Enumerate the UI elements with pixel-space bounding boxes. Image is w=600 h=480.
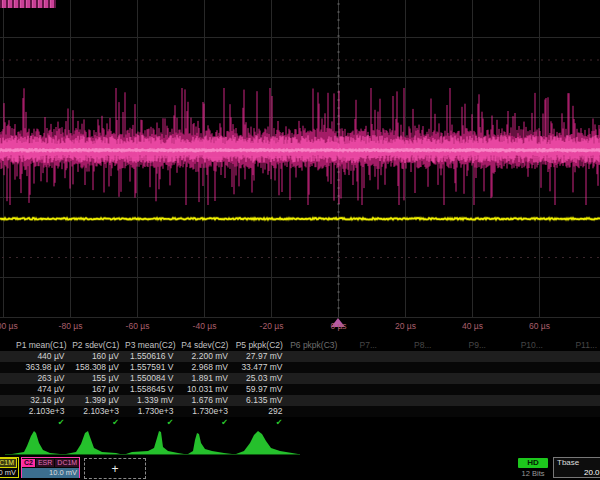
status-check-icon <box>341 417 396 428</box>
time-axis-labels: -100 µs-80 µs-60 µs-40 µs-20 µs0 µs20 µs… <box>0 321 600 333</box>
measure-value: 160 µV <box>69 351 124 362</box>
measure-col-header: P8... <box>396 340 451 351</box>
timebase-descriptor[interactable]: Tbase 20.0 µs <box>553 457 600 478</box>
measure-col-header: P2 sdev(C1) <box>69 340 124 351</box>
measure-value: 167 µV <box>69 384 124 395</box>
measure-value: 25.03 mV <box>232 373 287 384</box>
measure-value: 263 µV <box>14 373 69 384</box>
measure-value: 363.98 µV <box>14 362 69 373</box>
c2-coupling-badge: DC1M <box>55 459 79 467</box>
hd-bits-label: 12 Bits <box>512 469 554 478</box>
measure-value: 2.103e+3 <box>69 406 124 417</box>
c1-vertical-scale: 10.0 mV <box>0 468 18 478</box>
measure-value <box>287 351 342 362</box>
c2-eres-badge: ESR <box>36 459 54 467</box>
timebase-value: 20.0 µs <box>584 468 600 478</box>
measure-value <box>450 373 505 384</box>
measure-value <box>505 362 560 373</box>
measure-value <box>341 373 396 384</box>
measure-value <box>287 395 342 406</box>
measure-value: 10.031 mV <box>178 384 233 395</box>
histicon-p5 <box>236 431 298 454</box>
measure-value: 1.550616 V <box>123 351 178 362</box>
measurement-table: P1 mean(C1)P2 sdev(C1)P3 mean(C2)P4 sdev… <box>0 340 600 428</box>
measure-value <box>505 406 560 417</box>
measure-value: 1.730e+3 <box>123 406 178 417</box>
measure-row: 32.16 µV1.399 µV1.339 mV1.676 mV6.135 mV <box>0 395 600 406</box>
measure-value: 33.477 mV <box>232 362 287 373</box>
measure-value <box>559 351 600 362</box>
measure-value <box>287 406 342 417</box>
time-tick-label: 40 µs <box>462 321 483 331</box>
measure-status-row: ✔✔✔✔✔ <box>0 417 600 428</box>
status-check-icon: ✔ <box>232 417 287 428</box>
measure-col-header: P3 mean(C2) <box>123 340 178 351</box>
time-tick-label: -40 µs <box>193 321 217 331</box>
measure-row: 440 µV160 µV1.550616 V2.200 mV27.97 mV <box>0 351 600 362</box>
measure-value <box>505 351 560 362</box>
measure-value: 32.16 µV <box>14 395 69 406</box>
measure-value <box>341 384 396 395</box>
status-check-icon <box>287 417 342 428</box>
plus-icon: + <box>111 462 118 476</box>
time-tick-label: 20 µs <box>395 321 416 331</box>
measure-col-header: P11... <box>559 340 600 351</box>
measure-row: 474 µV167 µV1.558645 V10.031 mV59.97 mV <box>0 384 600 395</box>
measure-value <box>396 373 451 384</box>
measure-value <box>341 395 396 406</box>
measure-value: 474 µV <box>14 384 69 395</box>
add-trace-button[interactable]: + <box>84 458 146 479</box>
oscilloscope-screen: -100 µs-80 µs-60 µs-40 µs-20 µs0 µs20 µs… <box>0 0 600 480</box>
measure-value: 1.550084 V <box>123 373 178 384</box>
measure-value: 27.97 mV <box>232 351 287 362</box>
channel-c2-descriptor[interactable]: C2 ESR DC1M 10.0 mV <box>21 457 80 478</box>
measure-value <box>450 362 505 373</box>
status-check-icon <box>450 417 505 428</box>
measure-value: 440 µV <box>14 351 69 362</box>
status-check-icon <box>505 417 560 428</box>
measure-value <box>559 384 600 395</box>
clipped-pink-badge <box>0 0 56 8</box>
measure-col-header: P10... <box>505 340 560 351</box>
measure-value: 2.103e+3 <box>14 406 69 417</box>
measure-row: 2.103e+32.103e+31.730e+31.730e+3292 <box>0 406 600 417</box>
measure-value <box>287 362 342 373</box>
measure-value <box>287 384 342 395</box>
measure-value: 1.339 mV <box>123 395 178 406</box>
measure-value: 6.135 mV <box>232 395 287 406</box>
measure-value: 1.399 µV <box>69 395 124 406</box>
measure-value: 1.557591 V <box>123 362 178 373</box>
time-tick-label: -100 µs <box>0 321 18 331</box>
status-check-icon: ✔ <box>178 417 233 428</box>
histicon-p3 <box>126 431 184 454</box>
measure-value <box>559 395 600 406</box>
measure-value: 2.200 mV <box>178 351 233 362</box>
status-check-icon <box>559 417 600 428</box>
measure-value <box>450 395 505 406</box>
status-check-icon: ✔ <box>69 417 124 428</box>
status-check-icon <box>396 417 451 428</box>
time-tick-label: 60 µs <box>529 321 550 331</box>
measure-value: 155 µV <box>69 373 124 384</box>
measure-col-header: P7... <box>341 340 396 351</box>
measure-value <box>341 406 396 417</box>
channel-c1-descriptor[interactable]: DC1M 10.0 mV <box>0 457 19 478</box>
c2-label-badge: C2 <box>22 459 35 467</box>
measure-value <box>396 362 451 373</box>
measure-value <box>396 384 451 395</box>
measure-value <box>559 362 600 373</box>
status-check-icon: ✔ <box>123 417 178 428</box>
measure-value <box>559 406 600 417</box>
measure-value <box>341 362 396 373</box>
measure-row: 363.98 µV158.308 µV1.557591 V2.968 mV33.… <box>0 362 600 373</box>
time-tick-label: -20 µs <box>260 321 284 331</box>
hd-mode-badge[interactable]: HD <box>518 458 548 468</box>
measure-value: 1.676 mV <box>178 395 233 406</box>
measure-value: 1.891 mV <box>178 373 233 384</box>
measure-col-header: P1 mean(C1) <box>14 340 69 351</box>
time-tick-label: 0 µs <box>330 321 346 331</box>
measure-value <box>559 373 600 384</box>
time-tick-label: -80 µs <box>59 321 83 331</box>
measure-value: 158.308 µV <box>69 362 124 373</box>
measure-value <box>505 373 560 384</box>
